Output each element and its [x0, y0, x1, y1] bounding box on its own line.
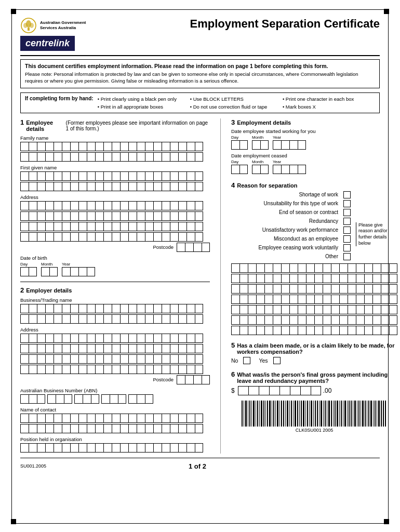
fn-cell[interactable] [120, 152, 128, 162]
gn-cell[interactable] [128, 171, 137, 181]
gn-cell[interactable] [120, 182, 128, 191]
gn-cell[interactable] [45, 171, 54, 181]
gn-cell[interactable] [120, 171, 128, 181]
gn-cell[interactable] [87, 171, 95, 181]
gn-cell[interactable] [112, 171, 120, 181]
fn-cell[interactable] [45, 142, 54, 151]
fn-cell[interactable] [37, 142, 45, 151]
fn-cell[interactable] [45, 152, 54, 162]
fn-cell[interactable] [186, 152, 195, 162]
svg-rect-53 [337, 401, 338, 427]
ceasing-checkbox[interactable] [343, 244, 351, 251]
fn-cell[interactable] [70, 142, 78, 151]
fn-cell[interactable] [78, 142, 87, 151]
gn-cell[interactable] [170, 182, 178, 191]
gn-cell[interactable] [62, 182, 70, 191]
gn-cell[interactable] [112, 182, 120, 191]
fn-cell[interactable] [20, 152, 29, 162]
gn-cell[interactable] [20, 182, 29, 191]
gn-cell[interactable] [95, 171, 103, 181]
gn-cell[interactable] [145, 182, 153, 191]
fn-cell[interactable] [29, 152, 37, 162]
fn-cell[interactable] [112, 152, 120, 162]
fn-cell[interactable] [78, 152, 87, 162]
gn-cell[interactable] [37, 171, 45, 181]
fn-cell[interactable] [120, 142, 128, 151]
gn-cell[interactable] [54, 182, 62, 191]
unsatisfactory-checkbox[interactable] [343, 227, 351, 234]
fn-cell[interactable] [20, 142, 29, 151]
fn-cell[interactable] [153, 152, 162, 162]
fn-cell[interactable] [62, 142, 70, 151]
gn-cell[interactable] [178, 182, 186, 191]
gn-cell[interactable] [162, 182, 170, 191]
fn-cell[interactable] [178, 152, 186, 162]
gn-cell[interactable] [62, 171, 70, 181]
fn-cell[interactable] [95, 152, 103, 162]
fn-cell[interactable] [195, 152, 203, 162]
fn-cell[interactable] [54, 142, 62, 151]
gn-cell[interactable] [37, 182, 45, 191]
season-checkbox[interactable] [343, 209, 351, 216]
gn-cell[interactable] [54, 171, 62, 181]
fn-cell[interactable] [112, 142, 120, 151]
gn-cell[interactable] [170, 171, 178, 181]
gn-cell[interactable] [128, 182, 137, 191]
gn-cell[interactable] [137, 171, 145, 181]
fn-cell[interactable] [162, 152, 170, 162]
gn-cell[interactable] [153, 171, 162, 181]
gn-cell[interactable] [145, 171, 153, 181]
fn-cell[interactable] [195, 142, 203, 151]
gn-cell[interactable] [70, 171, 78, 181]
fn-cell[interactable] [145, 152, 153, 162]
no-checkbox[interactable] [243, 357, 250, 364]
gn-cell[interactable] [195, 171, 203, 181]
shortage-checkbox[interactable] [343, 191, 351, 198]
unsuitability-checkbox[interactable] [343, 200, 351, 207]
fn-cell[interactable] [87, 142, 95, 151]
fn-cell[interactable] [103, 142, 112, 151]
fn-cell[interactable] [54, 152, 62, 162]
gn-cell[interactable] [78, 182, 87, 191]
gn-cell[interactable] [103, 171, 112, 181]
gn-cell[interactable] [186, 182, 195, 191]
gn-cell[interactable] [95, 182, 103, 191]
gn-cell[interactable] [153, 182, 162, 191]
fn-cell[interactable] [70, 152, 78, 162]
fn-cell[interactable] [178, 142, 186, 151]
gn-cell[interactable] [29, 171, 37, 181]
fn-cell[interactable] [103, 152, 112, 162]
gn-cell[interactable] [178, 171, 186, 181]
fn-cell[interactable] [29, 142, 37, 151]
fn-cell[interactable] [62, 152, 70, 162]
gn-cell[interactable] [162, 171, 170, 181]
fn-cell[interactable] [128, 152, 137, 162]
gn-cell[interactable] [70, 182, 78, 191]
dob-day: Day [20, 262, 37, 276]
yes-checkbox[interactable] [273, 357, 281, 364]
fn-cell[interactable] [170, 142, 178, 151]
fn-cell[interactable] [137, 152, 145, 162]
fn-cell[interactable] [95, 142, 103, 151]
gn-cell[interactable] [29, 182, 37, 191]
gn-cell[interactable] [195, 182, 203, 191]
gn-cell[interactable] [45, 182, 54, 191]
gn-cell[interactable] [87, 182, 95, 191]
fn-cell[interactable] [87, 152, 95, 162]
fn-cell[interactable] [137, 142, 145, 151]
redundancy-checkbox[interactable] [343, 218, 351, 225]
gn-cell[interactable] [137, 182, 145, 191]
fn-cell[interactable] [128, 142, 137, 151]
gn-cell[interactable] [78, 171, 87, 181]
misconduct-checkbox[interactable] [343, 235, 351, 243]
fn-cell[interactable] [37, 152, 45, 162]
gn-cell[interactable] [186, 171, 195, 181]
other-checkbox[interactable] [343, 253, 351, 260]
fn-cell[interactable] [186, 142, 195, 151]
fn-cell[interactable] [170, 152, 178, 162]
fn-cell[interactable] [153, 142, 162, 151]
fn-cell[interactable] [162, 142, 170, 151]
gn-cell[interactable] [20, 171, 29, 181]
gn-cell[interactable] [103, 182, 112, 191]
fn-cell[interactable] [145, 142, 153, 151]
